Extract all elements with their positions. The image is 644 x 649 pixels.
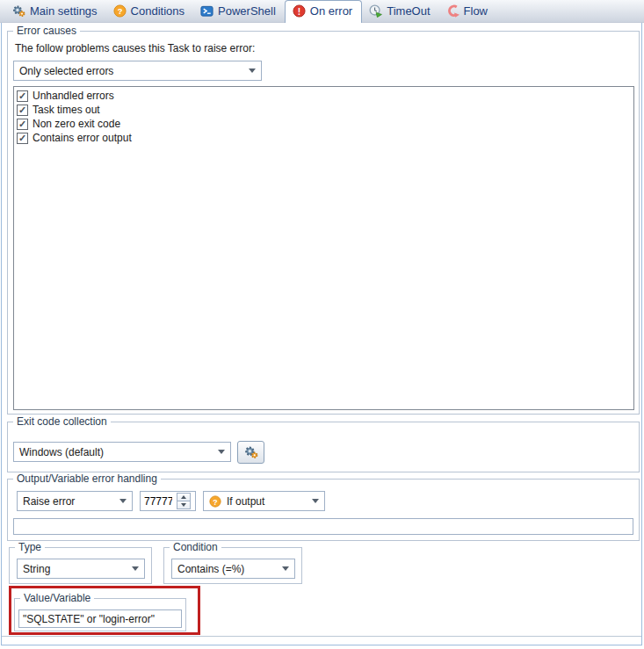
condition-dropdown[interactable]: Contains (=%)	[171, 559, 295, 579]
tab-conditions[interactable]: Conditions	[106, 1, 193, 22]
powershell-icon	[200, 4, 213, 18]
chevron-down-icon	[249, 69, 256, 73]
tab-label: Main settings	[30, 4, 98, 18]
type-caption: Type	[15, 541, 45, 553]
value-variable-caption: Value/Variable	[20, 592, 94, 604]
checkbox[interactable]	[17, 133, 28, 144]
task-settings-window: Main settings Conditions PowerShell On e…	[0, 0, 644, 649]
list-item[interactable]: Non zero exit code	[15, 117, 633, 131]
output-mode-value: If output	[227, 495, 307, 508]
checkbox-label: Task times out	[33, 104, 100, 116]
checkbox-label: Unhandled errors	[33, 90, 114, 102]
spin-up-button[interactable]	[177, 494, 190, 501]
error-action-dropdown[interactable]: Raise error	[17, 491, 133, 511]
checkbox[interactable]	[17, 119, 28, 130]
flow-icon	[446, 4, 459, 18]
type-group: Type String	[9, 547, 152, 584]
value-variable-input[interactable]	[18, 609, 182, 628]
checkbox[interactable]	[17, 90, 28, 102]
question-icon	[113, 4, 127, 18]
error-causes-listbox[interactable]: Unhandled errors Task times out Non zero…	[13, 86, 634, 410]
panel-bottom-border	[2, 636, 641, 637]
edit-exit-codes-button[interactable]	[237, 441, 264, 464]
exit-code-collection-caption: Exit code collection	[13, 415, 111, 428]
exit-code-spinner[interactable]	[140, 491, 196, 511]
output-error-handling-group: Output/Variable error handling Raise err…	[7, 479, 640, 541]
spin-down-button[interactable]	[177, 501, 190, 508]
error-action-value: Raise error	[23, 495, 114, 508]
value-variable-group: Value/Variable	[14, 598, 186, 631]
error-mode-dropdown[interactable]: Only selected errors	[13, 61, 262, 81]
error-mode-value: Only selected errors	[19, 65, 243, 77]
exit-code-input[interactable]	[141, 492, 176, 510]
output-mode-dropdown[interactable]: If output	[203, 491, 325, 511]
tab-label: Conditions	[131, 4, 185, 18]
gears-icon	[12, 4, 25, 18]
tab-bar: Main settings Conditions PowerShell On e…	[0, 0, 644, 23]
condition-value: Contains (=%)	[177, 563, 277, 575]
chevron-down-icon	[132, 566, 139, 571]
error-causes-group: Error causes The follow problems causes …	[7, 31, 640, 415]
tab-label: Flow	[464, 4, 488, 18]
gears-icon	[244, 445, 258, 459]
spinner-buttons	[177, 493, 191, 509]
list-item[interactable]: Unhandled errors	[15, 89, 633, 103]
type-value: String	[23, 563, 127, 575]
output-value-input[interactable]	[13, 518, 633, 535]
exit-code-collection-dropdown[interactable]: Windows (default)	[13, 442, 231, 462]
tab-powershell[interactable]: PowerShell	[193, 1, 285, 22]
tab-flow[interactable]: Flow	[439, 1, 496, 22]
page-bottom-border	[1, 645, 642, 645]
chevron-down-icon	[312, 499, 319, 503]
list-item[interactable]: Task times out	[15, 103, 633, 117]
page-right-border	[641, 23, 642, 645]
condition-caption: Condition	[170, 541, 221, 553]
error-icon	[293, 4, 306, 18]
exit-code-collection-group: Exit code collection Windows (default)	[7, 422, 640, 472]
output-error-handling-caption: Output/Variable error handling	[13, 472, 161, 485]
tab-label: PowerShell	[218, 4, 276, 18]
chevron-down-icon	[282, 566, 289, 571]
timeout-icon	[369, 4, 382, 18]
list-item[interactable]: Contains error output	[15, 131, 633, 145]
error-causes-description: The follow problems causes this Task to …	[15, 42, 255, 54]
condition-group: Condition Contains (=%)	[163, 547, 302, 584]
checkbox-label: Contains error output	[33, 132, 132, 144]
chevron-down-icon	[218, 450, 225, 454]
type-dropdown[interactable]: String	[17, 559, 145, 579]
checkbox-label: Non zero exit code	[33, 118, 120, 130]
chevron-down-icon	[119, 499, 127, 503]
tab-on-error[interactable]: On error	[285, 0, 362, 23]
tab-label: TimeOut	[387, 4, 430, 18]
tab-label: On error	[310, 4, 352, 18]
tab-timeout[interactable]: TimeOut	[362, 1, 438, 22]
exit-code-collection-value: Windows (default)	[19, 446, 213, 458]
question-icon	[209, 495, 221, 508]
page-left-border	[1, 23, 2, 645]
error-causes-caption: Error causes	[13, 25, 80, 37]
checkbox[interactable]	[17, 105, 28, 116]
tab-main-settings[interactable]: Main settings	[5, 1, 106, 22]
